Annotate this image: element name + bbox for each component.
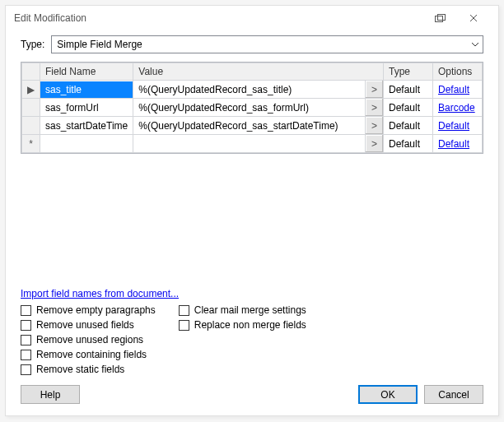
- type-cell[interactable]: Default: [384, 99, 433, 117]
- options-link[interactable]: Barcode: [438, 102, 475, 114]
- value-cell[interactable]: %(QueryUpdatedRecord_sas_startDateTime)>: [133, 117, 384, 135]
- table-row[interactable]: sas_formUrl%(QueryUpdatedRecord_sas_form…: [22, 99, 483, 117]
- type-cell[interactable]: Default: [384, 81, 433, 99]
- checkbox-label: Replace non merge fields: [194, 319, 306, 331]
- checkbox-label: Remove containing fields: [36, 349, 147, 360]
- import-link[interactable]: Import field names from document...: [21, 288, 179, 299]
- checkbox-icon[interactable]: [21, 320, 31, 331]
- checkbox-label: Remove unused regions: [36, 334, 143, 345]
- col-options[interactable]: Options: [433, 63, 483, 81]
- options-link[interactable]: Default: [438, 84, 469, 95]
- options-cell[interactable]: Barcode: [433, 99, 483, 117]
- checkbox-label: Remove empty paragraphs: [36, 304, 156, 316]
- row-selector[interactable]: *: [22, 135, 40, 153]
- type-row: Type: Simple Field Merge: [6, 30, 498, 62]
- table-row[interactable]: *>DefaultDefault: [22, 135, 483, 153]
- checkbox-col1-2[interactable]: Remove unused regions: [21, 334, 156, 345]
- button-row: Help OK Cancel: [6, 385, 498, 415]
- table-row[interactable]: sas_startDateTime%(QueryUpdatedRecord_sa…: [22, 117, 483, 135]
- field-name-cell[interactable]: [40, 135, 133, 153]
- checkbox-icon[interactable]: [21, 350, 31, 360]
- edit-modification-dialog: Edit Modification Type: Simple Field Mer…: [5, 5, 499, 416]
- grid-corner: [22, 63, 40, 81]
- value-picker-button[interactable]: >: [365, 135, 383, 152]
- help-button[interactable]: Help: [21, 385, 80, 404]
- checkbox-label: Remove static fields: [36, 364, 124, 375]
- checkbox-label: Remove unused fields: [36, 319, 134, 331]
- type-select-value: Simple Field Merge: [57, 39, 142, 50]
- options-link[interactable]: Default: [438, 120, 469, 132]
- checkbox-icon[interactable]: [21, 335, 31, 345]
- field-grid[interactable]: Field Name Value Type Options ▶sas_title…: [21, 62, 483, 154]
- col-field-name[interactable]: Field Name: [40, 63, 133, 81]
- checkbox-col1-4[interactable]: Remove static fields: [21, 364, 156, 375]
- value-picker-button[interactable]: >: [365, 117, 383, 134]
- options-cell[interactable]: Default: [433, 117, 483, 135]
- value-text[interactable]: %(QueryUpdatedRecord_sas_formUrl): [133, 100, 365, 116]
- checkbox-icon[interactable]: [179, 305, 189, 316]
- type-select[interactable]: Simple Field Merge: [51, 35, 483, 53]
- options-link[interactable]: Default: [438, 138, 469, 150]
- value-text[interactable]: %(QueryUpdatedRecord_sas_title): [133, 81, 365, 98]
- window-title: Edit Modification: [14, 12, 86, 24]
- maximize-icon[interactable]: [424, 6, 457, 30]
- type-cell[interactable]: Default: [384, 117, 433, 135]
- value-cell[interactable]: %(QueryUpdatedRecord_sas_title)>: [133, 81, 384, 99]
- field-name-cell[interactable]: sas_formUrl: [40, 99, 133, 117]
- value-picker-button[interactable]: >: [365, 81, 383, 98]
- row-selector[interactable]: [22, 99, 40, 117]
- checkbox-icon[interactable]: [21, 305, 31, 316]
- col-type[interactable]: Type: [384, 63, 433, 81]
- options-cell[interactable]: Default: [433, 135, 483, 153]
- options-area: Import field names from document... Remo…: [6, 281, 498, 385]
- close-icon[interactable]: [457, 6, 490, 30]
- checkbox-col2-1[interactable]: Replace non merge fields: [179, 319, 306, 331]
- titlebar: Edit Modification: [6, 6, 498, 30]
- field-name-cell[interactable]: sas_startDateTime: [40, 117, 133, 135]
- checkbox-label: Clear mail merge settings: [194, 304, 306, 316]
- chevron-down-icon: [468, 36, 483, 53]
- ok-button[interactable]: OK: [358, 385, 418, 404]
- checkbox-col1-0[interactable]: Remove empty paragraphs: [21, 304, 156, 316]
- checkbox-icon[interactable]: [179, 320, 189, 331]
- options-cell[interactable]: Default: [433, 81, 483, 99]
- cancel-button[interactable]: Cancel: [424, 385, 483, 404]
- type-cell[interactable]: Default: [384, 135, 433, 153]
- col-value[interactable]: Value: [133, 63, 384, 81]
- value-cell[interactable]: %(QueryUpdatedRecord_sas_formUrl)>: [133, 99, 384, 117]
- value-cell[interactable]: >: [133, 135, 384, 153]
- svg-rect-0: [436, 16, 443, 22]
- field-name-cell[interactable]: sas_title: [40, 81, 133, 99]
- row-selector[interactable]: ▶: [22, 81, 40, 99]
- checkbox-col2-0[interactable]: Clear mail merge settings: [179, 304, 306, 316]
- checkbox-col1-3[interactable]: Remove containing fields: [21, 349, 156, 360]
- table-row[interactable]: ▶sas_title%(QueryUpdatedRecord_sas_title…: [22, 81, 483, 99]
- type-label: Type:: [21, 39, 44, 50]
- row-selector[interactable]: [22, 117, 40, 135]
- value-text[interactable]: [133, 141, 365, 146]
- value-picker-button[interactable]: >: [365, 99, 383, 116]
- svg-rect-1: [438, 15, 446, 21]
- value-text[interactable]: %(QueryUpdatedRecord_sas_startDateTime): [133, 118, 365, 134]
- checkbox-col1-1[interactable]: Remove unused fields: [21, 319, 156, 331]
- checkbox-icon[interactable]: [21, 364, 31, 375]
